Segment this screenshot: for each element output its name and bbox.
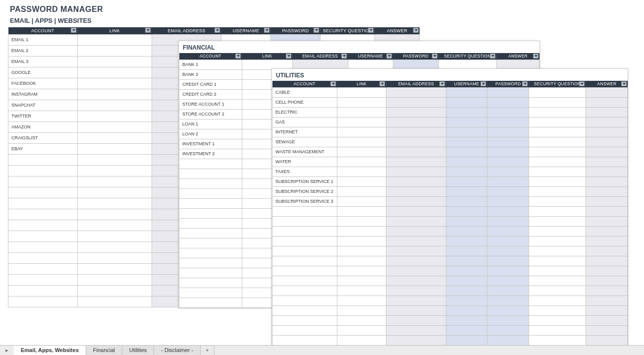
table-cell[interactable]: [337, 137, 386, 147]
table-cell[interactable]: [386, 177, 446, 186]
table-cell[interactable]: [529, 127, 586, 137]
filter-icon[interactable]: [235, 54, 241, 59]
table-cell[interactable]: [337, 315, 386, 325]
filter-icon[interactable]: [145, 28, 151, 33]
table-cell[interactable]: [272, 246, 337, 256]
table-cell[interactable]: [337, 87, 386, 97]
table-cell[interactable]: [487, 256, 529, 266]
table-cell[interactable]: [487, 246, 529, 256]
table-cell[interactable]: [337, 196, 386, 206]
table-cell[interactable]: CREDIT CARD 2: [179, 89, 242, 99]
table-cell[interactable]: BANK 1: [179, 59, 242, 69]
table-cell[interactable]: CRAIGSLIST: [8, 132, 78, 143]
table-cell[interactable]: [446, 315, 487, 325]
table-cell[interactable]: [78, 274, 152, 285]
table-cell[interactable]: CREDIT CARD 1: [179, 79, 242, 89]
table-cell[interactable]: STORE ACCOUNT 1: [179, 99, 242, 109]
table-cell[interactable]: [446, 266, 487, 276]
col-password[interactable]: PASSWORD: [271, 27, 321, 34]
filter-icon[interactable]: [286, 54, 291, 59]
table-cell[interactable]: [529, 177, 586, 186]
table-cell[interactable]: [586, 276, 628, 286]
table-cell[interactable]: [179, 228, 242, 238]
table-cell[interactable]: [529, 206, 586, 216]
filter-icon[interactable]: [579, 81, 585, 86]
table-cell[interactable]: [337, 177, 386, 186]
table-cell[interactable]: [487, 206, 529, 216]
table-cell[interactable]: [179, 268, 242, 278]
table-cell[interactable]: [446, 286, 487, 296]
table-cell[interactable]: [8, 154, 78, 165]
table-cell[interactable]: [337, 186, 386, 196]
table-cell[interactable]: INSTAGRAM: [8, 89, 78, 100]
table-cell[interactable]: [179, 169, 242, 178]
table-cell[interactable]: ELECTRIC: [272, 107, 337, 117]
table-cell[interactable]: [8, 252, 78, 263]
table-cell[interactable]: CABLE: [272, 87, 337, 97]
table-cell[interactable]: [446, 117, 487, 127]
table-cell[interactable]: [487, 226, 529, 236]
table-cell[interactable]: [586, 286, 628, 296]
table-cell[interactable]: [586, 256, 628, 266]
table-cell[interactable]: [337, 305, 386, 315]
filter-icon[interactable]: [481, 81, 486, 86]
filter-icon[interactable]: [330, 81, 336, 86]
table-cell[interactable]: [487, 177, 529, 186]
table-cell[interactable]: [487, 117, 529, 127]
table-cell[interactable]: INVESTMENT 2: [179, 149, 242, 159]
table-cell[interactable]: [337, 167, 386, 177]
table-cell[interactable]: [487, 276, 529, 286]
table-cell[interactable]: [446, 216, 487, 226]
table-cell[interactable]: [272, 256, 337, 266]
table-cell[interactable]: GOOGLE: [8, 67, 78, 78]
table-cell[interactable]: [337, 246, 386, 256]
table-cell[interactable]: [529, 107, 586, 117]
table-cell[interactable]: [179, 238, 242, 248]
table-cell[interactable]: [496, 59, 539, 69]
table-cell[interactable]: [446, 325, 487, 335]
table-cell[interactable]: [179, 248, 242, 258]
table-cell[interactable]: [78, 231, 152, 241]
table-cell[interactable]: [487, 137, 529, 147]
table-cell[interactable]: [8, 263, 78, 274]
table-cell[interactable]: [446, 256, 487, 266]
table-cell[interactable]: [386, 97, 446, 107]
table-cell[interactable]: [586, 167, 628, 177]
table-cell[interactable]: [487, 266, 529, 276]
table-cell[interactable]: [529, 216, 586, 226]
table-cell[interactable]: [529, 97, 586, 107]
table-cell[interactable]: [337, 276, 386, 286]
table-cell[interactable]: [337, 206, 386, 216]
table-cell[interactable]: [446, 186, 487, 196]
table-cell[interactable]: [446, 236, 487, 246]
table-cell[interactable]: [386, 206, 446, 216]
col-account[interactable]: ACCOUNT: [272, 81, 337, 87]
table-cell[interactable]: [337, 236, 386, 246]
table-cell[interactable]: [487, 127, 529, 137]
table-cell[interactable]: [487, 236, 529, 246]
table-cell[interactable]: [337, 226, 386, 236]
table-cell[interactable]: [179, 297, 242, 307]
table-cell[interactable]: [529, 196, 586, 206]
table-cell[interactable]: [446, 167, 487, 177]
table-cell[interactable]: CELL PHONE: [272, 97, 337, 107]
table-cell[interactable]: [586, 305, 628, 315]
col-email-address[interactable]: EMAIL ADDRESS: [386, 81, 446, 87]
table-cell[interactable]: [179, 178, 242, 188]
table-cell[interactable]: [446, 137, 487, 147]
table-cell[interactable]: [179, 218, 242, 228]
table-cell[interactable]: [529, 315, 586, 325]
table-cell[interactable]: [586, 117, 628, 127]
table-cell[interactable]: [529, 335, 586, 345]
table-cell[interactable]: [386, 266, 446, 276]
table-cell[interactable]: [586, 127, 628, 137]
table-cell[interactable]: [272, 325, 337, 335]
table-cell[interactable]: [386, 216, 446, 226]
table-cell[interactable]: [446, 305, 487, 315]
table-cell[interactable]: [78, 252, 152, 263]
table-cell[interactable]: [78, 285, 152, 296]
table-cell[interactable]: STORE ACCOUNT 2: [179, 109, 242, 119]
table-cell[interactable]: [529, 276, 586, 286]
table-cell[interactable]: [586, 196, 628, 206]
table-cell[interactable]: [446, 246, 487, 256]
